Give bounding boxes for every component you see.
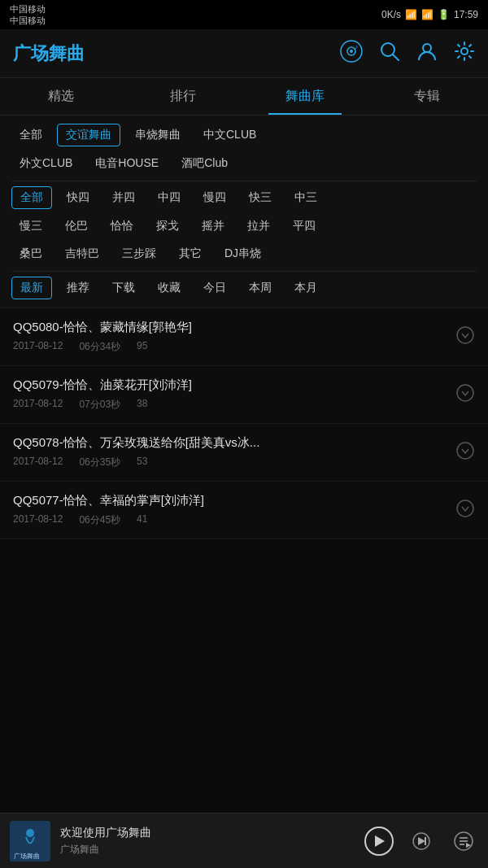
style-sangba[interactable]: 桑巴 xyxy=(11,243,50,264)
sort-newest[interactable]: 最新 xyxy=(11,277,52,299)
tab-featured[interactable]: 精选 xyxy=(0,78,122,115)
song-expand-icon-1[interactable] xyxy=(455,325,475,349)
sort-week[interactable]: 本周 xyxy=(241,277,280,299)
album-art: 广场舞曲 xyxy=(10,821,50,861)
genre-zhongwenclub[interactable]: 中文CLUB xyxy=(195,124,264,146)
song-item-3[interactable]: QQ5078-恰恰、万朵玫瑰送给你[甜美真vs冰... 2017-08-12 0… xyxy=(0,424,488,482)
song-title-3: QQ5078-恰恰、万朵玫瑰送给你[甜美真vs冰... xyxy=(13,435,447,451)
play-button[interactable] xyxy=(364,827,394,856)
user-icon[interactable] xyxy=(416,41,438,67)
sort-month[interactable]: 本月 xyxy=(286,277,325,299)
svg-line-5 xyxy=(393,55,399,60)
tab-ranking[interactable]: 排行 xyxy=(122,78,244,115)
carrier-info: 中国移动 中国移动 xyxy=(10,3,46,27)
sort-download[interactable]: 下载 xyxy=(104,277,143,299)
next-button[interactable] xyxy=(407,827,436,856)
battery-icon: 🔋 xyxy=(438,9,450,20)
wifi-icon: 📶 xyxy=(405,9,417,20)
style-labing[interactable]: 拉并 xyxy=(239,216,278,237)
song-meta-4: 2017-08-12 06分45秒 41 xyxy=(13,513,447,527)
carrier2: 中国移动 xyxy=(10,15,46,26)
search-icon[interactable] xyxy=(379,41,400,67)
song-meta-2: 2017-08-12 07分03秒 38 xyxy=(13,398,447,412)
svg-point-7 xyxy=(461,48,468,55)
genre-jiuba[interactable]: 酒吧Club xyxy=(173,153,236,174)
genre-chuanshao[interactable]: 串烧舞曲 xyxy=(127,124,189,146)
style-kuaisi[interactable]: 快四 xyxy=(59,187,98,208)
song-date-2: 2017-08-12 xyxy=(13,398,63,412)
svg-point-13 xyxy=(26,829,34,837)
song-meta-3: 2017-08-12 06分35秒 53 xyxy=(13,456,447,469)
song-item-1[interactable]: QQ5080-恰恰、蒙藏情缘[郭艳华] 2017-08-12 06分34秒 95 xyxy=(0,308,488,366)
style-lunba[interactable]: 伦巴 xyxy=(57,216,96,237)
player-controls xyxy=(364,827,478,856)
genre-waiwen[interactable]: 外文CLUB xyxy=(11,153,81,174)
style-kuaisan[interactable]: 快三 xyxy=(241,187,280,208)
style-qita[interactable]: 其它 xyxy=(171,243,210,264)
song-item-2[interactable]: QQ5079-恰恰、油菜花开[刘沛洋] 2017-08-12 07分03秒 38 xyxy=(0,366,488,424)
style-mansan[interactable]: 慢三 xyxy=(11,216,50,237)
song-expand-icon-2[interactable] xyxy=(455,383,475,407)
style-tange[interactable]: 探戈 xyxy=(148,216,187,237)
genre-dianyin[interactable]: 电音HOUSE xyxy=(87,153,167,174)
song-date-4: 2017-08-12 xyxy=(13,513,63,527)
player-album: 广场舞曲 xyxy=(10,821,50,861)
song-info-1: QQ5080-恰恰、蒙藏情缘[郭艳华] 2017-08-12 06分34秒 95 xyxy=(13,320,447,354)
genre-row-1: 全部 交谊舞曲 串烧舞曲 中文CLUB xyxy=(11,124,477,146)
app-title: 广场舞曲 xyxy=(13,41,85,66)
song-list: QQ5080-恰恰、蒙藏情缘[郭艳华] 2017-08-12 06分34秒 95… xyxy=(0,308,488,539)
song-date-1: 2017-08-12 xyxy=(13,340,63,354)
svg-marker-17 xyxy=(418,837,425,845)
disc-icon[interactable]: ♪ xyxy=(340,40,363,68)
style-bingsi[interactable]: 并四 xyxy=(104,187,143,208)
svg-text:♪: ♪ xyxy=(355,43,358,50)
song-info-3: QQ5078-恰恰、万朵玫瑰送给你[甜美真vs冰... 2017-08-12 0… xyxy=(13,435,447,469)
header-icons: ♪ xyxy=(340,40,475,68)
tab-library[interactable]: 舞曲库 xyxy=(244,78,366,115)
style-jiteba[interactable]: 吉特巴 xyxy=(57,243,107,264)
divider-2 xyxy=(11,271,477,272)
song-duration-3: 06分35秒 xyxy=(79,456,120,469)
style-qiaqia[interactable]: 恰恰 xyxy=(102,216,142,237)
song-title-4: QQ5077-恰恰、幸福的掌声[刘沛洋] xyxy=(13,493,447,508)
sort-row: 最新 推荐 下载 收藏 今日 本周 本月 xyxy=(11,277,477,299)
status-right: 0K/s 📶 📶 🔋 17:59 xyxy=(381,9,478,20)
song-item-4[interactable]: QQ5077-恰恰、幸福的掌声[刘沛洋] 2017-08-12 06分45秒 4… xyxy=(0,482,488,539)
player-bar: 广场舞曲 欢迎使用广场舞曲 广场舞曲 xyxy=(0,813,488,868)
carrier1: 中国移动 xyxy=(10,3,46,15)
style-all[interactable]: 全部 xyxy=(11,186,52,209)
tab-bar: 精选 排行 舞曲库 专辑 xyxy=(0,78,488,116)
song-expand-icon-4[interactable] xyxy=(455,499,475,522)
song-plays-4: 41 xyxy=(137,513,147,527)
style-yaobing[interactable]: 摇并 xyxy=(194,216,233,237)
style-zhongsan[interactable]: 中三 xyxy=(286,187,325,208)
genre-jiaoyiwuqu[interactable]: 交谊舞曲 xyxy=(57,124,120,146)
style-djchuanshao[interactable]: DJ串烧 xyxy=(216,243,269,264)
style-sanbucai[interactable]: 三步踩 xyxy=(114,243,164,264)
style-mansi[interactable]: 慢四 xyxy=(195,187,234,208)
svg-point-11 xyxy=(457,500,473,517)
status-bar: 中国移动 中国移动 0K/s 📶 📶 🔋 17:59 xyxy=(0,0,488,29)
song-duration-1: 06分34秒 xyxy=(79,340,120,354)
time: 17:59 xyxy=(454,9,478,20)
tab-album[interactable]: 专辑 xyxy=(366,78,488,115)
song-plays-3: 53 xyxy=(137,456,147,469)
style-zhongsi[interactable]: 中四 xyxy=(150,187,189,208)
network-speed: 0K/s xyxy=(381,9,401,20)
style-pingsi[interactable]: 平四 xyxy=(285,216,324,237)
sort-recommend[interactable]: 推荐 xyxy=(59,277,98,299)
playlist-button[interactable] xyxy=(449,827,478,856)
genre-all[interactable]: 全部 xyxy=(11,124,50,146)
genre-row-2: 外文CLUB 电音HOUSE 酒吧Club xyxy=(11,153,477,174)
song-duration-4: 06分45秒 xyxy=(79,513,120,527)
settings-icon[interactable] xyxy=(454,41,475,67)
song-expand-icon-3[interactable] xyxy=(455,441,475,465)
svg-point-6 xyxy=(423,44,431,52)
song-info-2: QQ5079-恰恰、油菜花开[刘沛洋] 2017-08-12 07分03秒 38 xyxy=(13,377,447,412)
svg-point-9 xyxy=(457,385,473,401)
sort-collect[interactable]: 收藏 xyxy=(150,277,189,299)
svg-point-2 xyxy=(350,50,353,53)
svg-point-10 xyxy=(457,443,473,459)
song-title-2: QQ5079-恰恰、油菜花开[刘沛洋] xyxy=(13,377,447,393)
sort-today[interactable]: 今日 xyxy=(195,277,234,299)
